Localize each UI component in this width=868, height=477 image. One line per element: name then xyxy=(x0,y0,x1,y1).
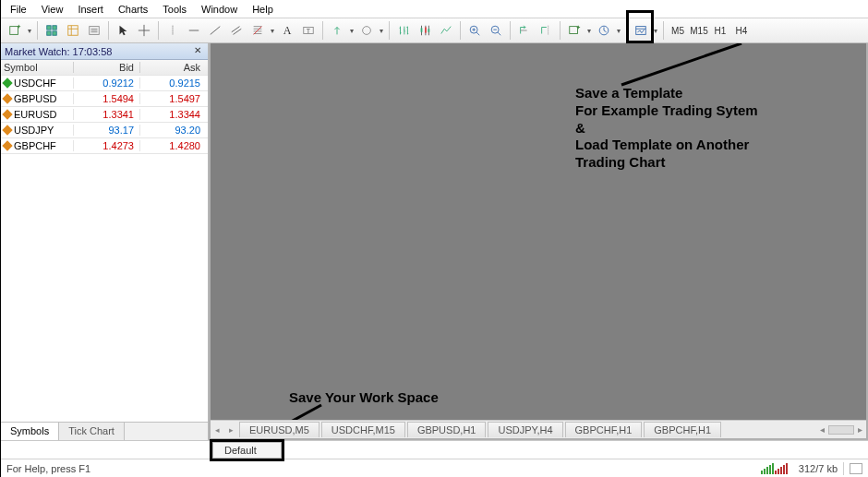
symbol-label: GBPCHF xyxy=(14,140,56,151)
separator xyxy=(663,21,664,40)
menu-bar: File View Insert Charts Tools Window Hel… xyxy=(1,0,868,18)
zoom-in-button[interactable] xyxy=(464,20,485,41)
dropdown-arrow-icon[interactable]: ▾ xyxy=(377,27,385,35)
menu-file[interactable]: File xyxy=(3,2,34,17)
menu-help[interactable]: Help xyxy=(245,2,281,17)
dropdown-arrow-icon[interactable]: ▾ xyxy=(268,27,276,35)
svg-rect-1 xyxy=(47,26,51,30)
separator xyxy=(108,21,109,40)
resize-grip-icon[interactable] xyxy=(850,463,862,474)
market-watch-row[interactable]: USDCHF0.92120.9215 xyxy=(1,76,208,91)
dropdown-arrow-icon[interactable]: ▾ xyxy=(25,27,33,35)
tab-scroll-left[interactable]: ◂ xyxy=(211,422,224,438)
timeframe-h4[interactable]: H4 xyxy=(731,21,752,40)
market-watch-row[interactable]: USDJPY93.1793.20 xyxy=(1,123,208,138)
templates-button[interactable] xyxy=(631,20,651,41)
menu-charts[interactable]: Charts xyxy=(111,2,155,17)
chart-area: Save a Template For Example Trading Syte… xyxy=(209,43,868,440)
objects-button[interactable] xyxy=(356,20,377,41)
tab-scroll-right[interactable]: ▸ xyxy=(224,422,238,438)
cursor-button[interactable] xyxy=(113,20,133,41)
col-ask[interactable]: Ask xyxy=(139,62,206,73)
col-bid[interactable]: Bid xyxy=(73,62,139,73)
text-button[interactable]: A xyxy=(277,20,297,41)
annotation-workspace-text: Save Your Work Space xyxy=(289,389,439,407)
fibonacci-button[interactable] xyxy=(247,20,268,41)
timeframe-m5[interactable]: M5 xyxy=(668,21,688,40)
horizontal-line-button[interactable] xyxy=(184,20,204,41)
scroll-right-icon[interactable]: ▸ xyxy=(858,424,862,435)
market-watch-title: Market Watch: 17:03:58 xyxy=(5,46,112,57)
dropdown-arrow-icon[interactable]: ▾ xyxy=(651,27,659,35)
symbol-label: USDJPY xyxy=(14,125,54,136)
tab-tick-chart[interactable]: Tick Chart xyxy=(59,423,125,440)
svg-rect-12 xyxy=(428,29,430,32)
svg-text:T: T xyxy=(307,28,311,34)
chart-tab[interactable]: GBPUSD,H1 xyxy=(407,422,487,437)
market-watch-row[interactable]: GBPUSD1.54941.5497 xyxy=(1,91,208,107)
symbol-label: EURUSD xyxy=(14,109,56,120)
svg-rect-17 xyxy=(636,27,646,35)
timeframe-h1[interactable]: H1 xyxy=(710,21,730,40)
auto-scroll-button[interactable] xyxy=(514,20,535,41)
text-label-button[interactable]: T xyxy=(298,20,319,41)
separator xyxy=(389,21,390,40)
status-help-text: For Help, press F1 xyxy=(6,463,90,474)
chart-shift-button[interactable] xyxy=(536,20,556,41)
toolbar: ▾ ▾ A T ▾ ▾ ▾ ▾ ▾ xyxy=(1,18,868,43)
market-watch-button[interactable] xyxy=(63,20,83,41)
trendline-button[interactable] xyxy=(205,20,225,41)
zoom-out-button[interactable] xyxy=(486,20,506,41)
ask-value: 1.5497 xyxy=(139,93,206,104)
periodicity-button[interactable] xyxy=(594,20,614,41)
arrow-down-icon xyxy=(2,140,12,150)
svg-rect-3 xyxy=(47,31,51,35)
dropdown-arrow-icon[interactable]: ▾ xyxy=(585,27,593,35)
svg-point-9 xyxy=(363,27,371,35)
svg-rect-11 xyxy=(425,28,427,33)
scrollbar-thumb[interactable] xyxy=(828,425,854,435)
workspace-tab-default[interactable]: Default xyxy=(212,442,282,459)
workspace-tab-label: Default xyxy=(224,445,257,456)
vertical-line-button[interactable] xyxy=(163,20,183,41)
chart-tab[interactable]: EURUSD,M5 xyxy=(239,422,319,437)
menu-tools[interactable]: Tools xyxy=(155,2,194,17)
menu-window[interactable]: Window xyxy=(194,2,245,17)
timeframe-m15[interactable]: M15 xyxy=(689,21,709,40)
separator xyxy=(626,21,627,40)
menu-view[interactable]: View xyxy=(34,2,71,17)
separator xyxy=(158,21,159,40)
candle-chart-button[interactable] xyxy=(415,20,435,41)
line-chart-button[interactable] xyxy=(436,20,456,41)
chart-tab[interactable]: GBPCHF,H1 xyxy=(644,422,721,437)
bid-value: 1.3341 xyxy=(73,109,139,120)
profiles-button[interactable] xyxy=(42,20,62,41)
tab-symbols[interactable]: Symbols xyxy=(1,423,59,440)
workspace-bar: Default xyxy=(1,440,868,459)
navigator-button[interactable] xyxy=(84,20,104,41)
dropdown-arrow-icon[interactable]: ▾ xyxy=(614,27,622,35)
chart-tab[interactable]: USDJPY,H4 xyxy=(488,422,562,437)
close-icon[interactable]: ✕ xyxy=(191,45,204,58)
col-symbol[interactable]: Symbol xyxy=(1,62,73,73)
chart-tab[interactable]: USDCHF,M15 xyxy=(321,422,405,437)
bar-chart-button[interactable] xyxy=(393,20,414,41)
svg-line-18 xyxy=(621,43,741,85)
arrow-down-icon xyxy=(2,125,12,135)
indicators-button[interactable] xyxy=(564,20,585,41)
crosshair-button[interactable] xyxy=(134,20,154,41)
new-chart-button[interactable] xyxy=(5,20,25,41)
svg-rect-10 xyxy=(421,28,423,31)
svg-rect-2 xyxy=(53,26,56,30)
menu-insert[interactable]: Insert xyxy=(70,2,111,17)
arrows-button[interactable] xyxy=(327,20,347,41)
market-watch-row[interactable]: EURUSD1.33411.3344 xyxy=(1,107,208,123)
arrow-up-icon xyxy=(2,78,12,88)
channel-button[interactable] xyxy=(226,20,247,41)
scroll-left-icon[interactable]: ◂ xyxy=(820,424,825,435)
separator xyxy=(510,21,511,40)
annotation-template-text: Save a Template For Example Trading Syte… xyxy=(575,85,852,172)
dropdown-arrow-icon[interactable]: ▾ xyxy=(347,27,356,35)
chart-tab[interactable]: GBPCHF,H1 xyxy=(565,422,643,437)
market-watch-row[interactable]: GBPCHF1.42731.4280 xyxy=(1,138,208,154)
